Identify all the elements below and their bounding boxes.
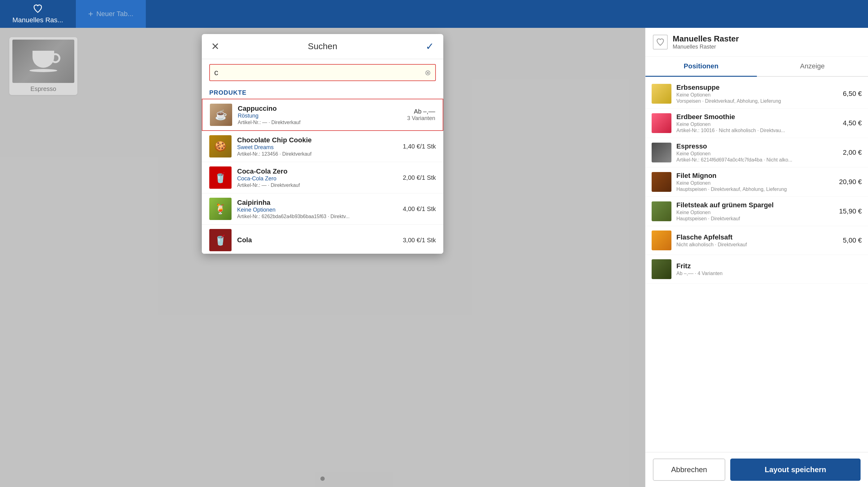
- modal-header: ✕ Suchen ✓: [202, 34, 443, 59]
- search-input-wrapper: ⊗: [202, 59, 443, 86]
- search-clear-icon[interactable]: ⊗: [425, 68, 431, 77]
- tab-new[interactable]: + Neuer Tab...: [75, 0, 146, 28]
- caipirinha-name: Caipirinha: [237, 199, 386, 207]
- cappuccino-thumb: ☕: [210, 104, 232, 126]
- tab-manuelles-raster[interactable]: Manuelles Ras...: [0, 0, 75, 28]
- result-item-caipirinha[interactable]: 🍹 Caipirinha Keine Optionen Artikel-Nr.:…: [202, 193, 443, 225]
- modal-close-button[interactable]: ✕: [211, 41, 219, 52]
- sidebar-subtitle: Manuelles Raster: [673, 44, 739, 50]
- fritz-thumb: [652, 259, 672, 279]
- smoothie-info: Erdbeer Smoothie Keine Optionen Artikel-…: [676, 113, 843, 133]
- cocacola-icon: 🥤: [214, 172, 226, 184]
- result-item-cookie[interactable]: 🍪 Chocolate Chip Cookie Sweet Dreams Art…: [202, 131, 443, 162]
- cocacola-price: 2,00 €/1 Stk: [386, 174, 436, 181]
- sidebar-item-filetsteak[interactable]: Filetsteak auf grünem Spargel Keine Opti…: [645, 197, 868, 226]
- erbsensuppe-thumb: [652, 84, 672, 104]
- cocacola-info: Coca-Cola Zero Coca-Cola Zero Artikel-Nr…: [237, 167, 386, 188]
- modal-overlay: ✕ Suchen ✓ ⊗ PRODUKTE: [0, 28, 645, 487]
- caipirinha-subtitle: Keine Optionen: [237, 207, 386, 213]
- filetsteak-price: 15,90 €: [839, 207, 862, 215]
- caipirinha-price: 4,00 €/1 Stk: [386, 205, 436, 213]
- cappuccino-subtitle: Röstung: [238, 112, 386, 119]
- sidebar-item-apfelsaft[interactable]: Flasche Apfelsaft Nicht alkoholisch · Di…: [645, 226, 868, 255]
- sidebar-espresso-price: 2,00 €: [843, 149, 862, 157]
- caipirinha-icon: 🍹: [214, 203, 226, 215]
- cancel-button[interactable]: Abbrechen: [653, 458, 725, 481]
- smoothie-sub: Keine Optionen: [676, 122, 843, 127]
- tab-positionen[interactable]: Positionen: [645, 57, 757, 77]
- erbsensuppe-price: 6,50 €: [843, 90, 862, 98]
- cocacola-name: Coca-Cola Zero: [237, 167, 386, 175]
- apfelsaft-name: Flasche Apfelsaft: [676, 233, 843, 241]
- filet-mignon-thumb: [652, 172, 672, 192]
- cappuccino-icon: ☕: [215, 109, 227, 121]
- apfelsaft-info: Flasche Apfelsaft Nicht alkoholisch · Di…: [676, 233, 843, 248]
- erbsensuppe-thumb-bg: [652, 84, 672, 104]
- search-results-list: ☕ Cappuccino Röstung Artikel-Nr.: — · Di…: [202, 99, 443, 254]
- filetsteak-thumb-bg: [652, 201, 672, 221]
- apfelsaft-meta: Nicht alkoholisch · Direktverkauf: [676, 242, 843, 248]
- search-input-inner: ⊗: [209, 64, 436, 81]
- apfelsaft-thumb-bg: [652, 230, 672, 250]
- erbsensuppe-name: Erbsensuppe: [676, 84, 843, 92]
- sidebar-tabs: Positionen Anzeige: [645, 57, 868, 77]
- erbsensuppe-sub: Keine Optionen: [676, 92, 843, 98]
- cookie-thumb: 🍪: [209, 135, 231, 158]
- cocacola-thumb: 🥤: [209, 166, 231, 189]
- cola-price: 3,00 €/1 Stk: [386, 237, 436, 244]
- sidebar-espresso-name: Espresso: [676, 142, 843, 150]
- modal-title: Suchen: [308, 41, 337, 52]
- sidebar-title-block: Manuelles Raster Manuelles Raster: [673, 34, 739, 50]
- result-item-cappuccino[interactable]: ☕ Cappuccino Röstung Artikel-Nr.: — · Di…: [202, 99, 443, 131]
- cappuccino-info: Cappuccino Röstung Artikel-Nr.: — · Dire…: [238, 105, 386, 125]
- smoothie-meta: Artikel-Nr.: 10016 · Nicht alkoholisch ·…: [676, 128, 843, 133]
- cola-thumb: 🥤: [209, 229, 231, 251]
- main-content: Espresso ✕ Suchen ✓ ⊗: [0, 28, 868, 487]
- tab-anzeige[interactable]: Anzeige: [757, 57, 868, 77]
- smoothie-name: Erdbeer Smoothie: [676, 113, 843, 121]
- sidebar-positions-list: Erbsensuppe Keine Optionen Vorspeisen · …: [645, 77, 868, 452]
- sidebar-item-espresso[interactable]: Espresso Keine Optionen Artikel-Nr.: 621…: [645, 138, 868, 167]
- caipirinha-info: Caipirinha Keine Optionen Artikel-Nr.: 6…: [237, 199, 386, 219]
- sidebar-footer: Abbrechen Layout speichern: [645, 452, 868, 487]
- filetsteak-name: Filetsteak auf grünem Spargel: [676, 201, 839, 209]
- filet-mignon-thumb-bg: [652, 172, 672, 192]
- sidebar-espresso-thumb-bg: [652, 143, 672, 162]
- filetsteak-info: Filetsteak auf grünem Spargel Keine Opti…: [676, 201, 839, 222]
- apfelsaft-thumb: [652, 230, 672, 250]
- filetsteak-thumb: [652, 201, 672, 221]
- cookie-price: 1,40 €/1 Stk: [386, 143, 436, 150]
- cocacola-subtitle: Coca-Cola Zero: [237, 175, 386, 182]
- filet-mignon-price: 20,90 €: [839, 178, 862, 186]
- smoothie-thumb-bg: [652, 113, 672, 133]
- sidebar-espresso-meta: Artikel-Nr.: 6214f6d6974a0c4fc7fda4ba · …: [676, 157, 843, 163]
- top-bar: Manuelles Ras... + Neuer Tab...: [0, 0, 868, 28]
- erbsensuppe-meta: Vorspeisen · Direktverkauf, Abholung, Li…: [676, 98, 843, 104]
- search-input[interactable]: [214, 68, 425, 77]
- sidebar-item-erbsensuppe[interactable]: Erbsensuppe Keine Optionen Vorspeisen · …: [645, 79, 868, 108]
- cookie-name: Chocolate Chip Cookie: [237, 136, 386, 144]
- filet-mignon-meta: Hauptspeisen · Direktverkauf, Abholung, …: [676, 187, 839, 192]
- cookie-thumb-bg: 🍪: [209, 135, 231, 158]
- fritz-thumb-bg: [652, 259, 672, 279]
- sidebar-espresso-info: Espresso Keine Optionen Artikel-Nr.: 621…: [676, 142, 843, 163]
- modal-confirm-button[interactable]: ✓: [426, 41, 434, 52]
- result-item-cocacola[interactable]: 🥤 Coca-Cola Zero Coca-Cola Zero Artikel-…: [202, 162, 443, 193]
- save-layout-button[interactable]: Layout speichern: [730, 458, 861, 481]
- cocacola-thumb-bg: 🥤: [209, 166, 231, 189]
- cookie-info: Chocolate Chip Cookie Sweet Dreams Artik…: [237, 136, 386, 157]
- filet-mignon-sub: Keine Optionen: [676, 181, 839, 186]
- filetsteak-sub: Keine Optionen: [676, 210, 839, 215]
- result-item-cola[interactable]: 🥤 Cola 3,00 €/1 Stk: [202, 225, 443, 254]
- cappuccino-price: Ab –,––: [386, 108, 435, 115]
- tab-new-label: Neuer Tab...: [96, 10, 133, 18]
- sidebar-item-smoothie[interactable]: Erdbeer Smoothie Keine Optionen Artikel-…: [645, 108, 868, 138]
- erbsensuppe-info: Erbsensuppe Keine Optionen Vorspeisen · …: [676, 84, 843, 104]
- sidebar-heart-button[interactable]: [653, 35, 668, 50]
- sidebar-item-fritz[interactable]: Fritz Ab –,–– · 4 Varianten: [645, 255, 868, 284]
- sidebar-espresso-thumb: [652, 143, 672, 162]
- right-sidebar: Manuelles Raster Manuelles Raster Positi…: [645, 28, 868, 487]
- sidebar-item-filet-mignon[interactable]: Filet Mignon Keine Optionen Hauptspeisen…: [645, 167, 868, 197]
- caipirinha-meta: Artikel-Nr.: 6262bda62a4b93b6baa15f63 · …: [237, 214, 386, 219]
- sidebar-title: Manuelles Raster: [673, 34, 739, 44]
